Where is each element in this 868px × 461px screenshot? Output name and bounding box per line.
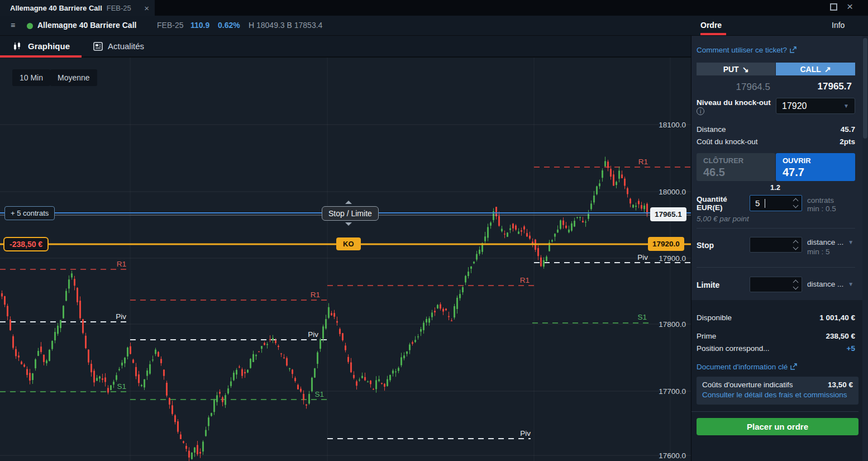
position-size-badge[interactable]: + 5 contrats [4, 206, 55, 220]
candle [412, 342, 413, 344]
candle [417, 336, 419, 337]
limit-stepper[interactable] [794, 277, 798, 292]
candle [398, 368, 399, 370]
candle [627, 188, 628, 194]
quantity-input[interactable] [750, 195, 802, 211]
help-link[interactable]: Comment utiliser ce ticket? [697, 46, 797, 54]
limit-type-dropdown[interactable]: distance ...▼ [807, 280, 853, 288]
tab-graphique[interactable]: Graphique [13, 36, 70, 56]
stepper-down-icon[interactable] [793, 244, 799, 250]
high-value: 18049.3 [256, 21, 285, 30]
average-button[interactable]: Moyenne [50, 69, 97, 86]
candle [40, 346, 42, 352]
candle [490, 222, 492, 226]
candle [65, 291, 67, 301]
quantity-input-field[interactable] [750, 196, 786, 211]
candle [239, 367, 240, 367]
candlestick-chart[interactable]: R1PivS1R1PivS1R1PivR1PivS118100.018000.0… [0, 58, 691, 461]
tab-info[interactable]: Info [832, 21, 845, 30]
pnl-badge[interactable]: -238,50 € [3, 237, 49, 251]
candle [426, 319, 427, 322]
candle [79, 301, 81, 318]
opening-costs-value: 13,50 € [828, 381, 853, 389]
tab-close-icon[interactable]: × [144, 3, 149, 13]
candle [339, 329, 341, 334]
candle [197, 445, 198, 454]
up-right-arrow-icon: ↗ [824, 65, 831, 74]
quantity-stepper[interactable] [794, 196, 798, 211]
pivot-level-label: R1 [638, 158, 648, 166]
candle [46, 360, 47, 363]
window-close-icon[interactable]: × [847, 1, 853, 13]
knockout-level-select[interactable]: 17920▼ [776, 98, 855, 114]
distance-value: 45.7 [841, 125, 855, 134]
put-button[interactable]: PUT↘ [697, 63, 775, 75]
candle [93, 370, 95, 382]
candle [18, 355, 20, 357]
fees-detail-link[interactable]: Consulter le détail des frais et commiss… [702, 391, 853, 399]
candle [342, 333, 344, 340]
tooltip-up-arrow-icon [345, 201, 352, 204]
candle [233, 373, 235, 380]
quantity-unit: contrats [807, 196, 834, 205]
candle [484, 236, 486, 241]
candle [169, 398, 170, 405]
close-position-button[interactable]: CLÔTURER 46.5 [697, 153, 775, 181]
chart-toolbar: Graphique Actualités [0, 36, 691, 58]
limit-input-field[interactable] [750, 277, 786, 292]
stepper-down-icon[interactable] [793, 203, 799, 208]
candle [49, 350, 50, 361]
candle [71, 273, 73, 277]
stepper-down-icon[interactable] [793, 284, 799, 289]
divider [691, 411, 859, 412]
candle [459, 294, 461, 298]
open-position-button[interactable]: OUVRIR 47.7 [776, 153, 855, 181]
stop-input[interactable] [750, 237, 802, 253]
interval-button[interactable]: 10 Min [12, 69, 50, 86]
scrollbar-thumb[interactable] [863, 38, 867, 139]
high-label: H [249, 21, 254, 30]
menu-icon[interactable]: ≡ [11, 21, 15, 30]
candle [518, 231, 519, 234]
candle [261, 346, 263, 349]
info-icon[interactable]: i [697, 107, 704, 115]
stop-type-dropdown[interactable]: distance ...▼ [807, 238, 853, 246]
tooltip-down-arrow-icon [345, 222, 352, 226]
call-button[interactable]: CALL↗ [776, 63, 855, 75]
distance-row: Distance45.7 [697, 125, 855, 134]
candle [378, 379, 380, 381]
window-maximize-icon[interactable] [830, 3, 837, 11]
tab-actualites[interactable]: Actualités [93, 36, 144, 56]
chevron-down-icon: ▼ [843, 103, 849, 109]
candle [384, 384, 385, 387]
available-value: 1 001,40 € [819, 313, 855, 322]
text-cursor [765, 199, 765, 208]
knockout-line-badge[interactable]: KO [336, 237, 361, 250]
stop-limite-tooltip[interactable]: Stop / Limite [322, 206, 379, 221]
limit-input[interactable] [750, 277, 802, 292]
candle [526, 233, 528, 236]
stop-stepper[interactable] [794, 237, 798, 252]
place-order-button[interactable]: Placer un ordre [697, 418, 859, 435]
premium-value: 238,50 € [826, 332, 855, 340]
candle [347, 357, 349, 362]
pivot-level-label: R1 [311, 291, 320, 299]
document-tab[interactable]: Allemagne 40 Barriere Call FEB-25 × [0, 0, 155, 16]
candle [400, 357, 402, 365]
premium-row: Prime238,50 € [697, 332, 855, 340]
candle [26, 369, 28, 375]
key-information-document-link[interactable]: Document d'information clé [697, 363, 797, 371]
external-link-icon [790, 46, 797, 53]
candle [451, 321, 452, 321]
candle [275, 340, 276, 343]
chart-area[interactable]: R1PivS1R1PivS1R1PivR1PivS118100.018000.0… [0, 58, 691, 461]
panel-scrollbar[interactable] [862, 36, 868, 461]
tab-ordre[interactable]: Ordre [700, 21, 722, 30]
candle [361, 376, 363, 378]
candle [515, 226, 517, 230]
stop-input-field[interactable] [750, 237, 786, 252]
candle [356, 381, 357, 386]
candle [174, 415, 176, 422]
candle [596, 186, 598, 194]
candle [250, 359, 251, 368]
